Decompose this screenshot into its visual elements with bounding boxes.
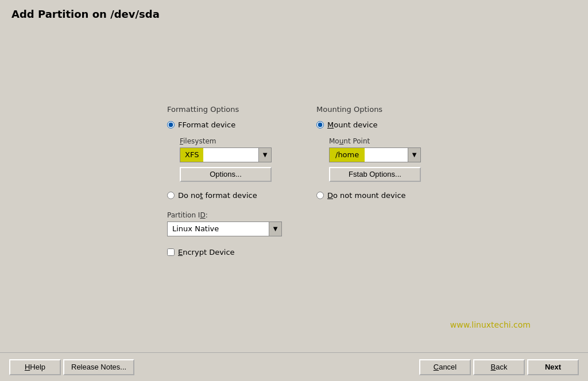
filesystem-dropdown-arrow[interactable]: ▼ <box>258 148 271 162</box>
filesystem-options-button[interactable]: Options... <box>180 167 272 182</box>
filesystem-block: Filesystem XFS ▼ Options... <box>180 137 282 182</box>
do-not-mount-radio[interactable] <box>316 192 324 199</box>
encrypt-label[interactable]: Encrypt Device <box>178 248 235 256</box>
partition-id-value: Linux Native <box>168 223 269 234</box>
cancel-button[interactable]: Cancel <box>419 359 471 375</box>
format-device-radio[interactable] <box>167 121 175 129</box>
help-button[interactable]: HHelp <box>9 359 61 375</box>
do-not-mount-radio-row[interactable]: Do not mount device <box>316 191 421 200</box>
mount-point-dropdown-arrow[interactable]: ▼ <box>408 148 420 162</box>
next-button[interactable]: Next <box>527 359 579 375</box>
format-device-radio-row[interactable]: FFormat device <box>167 120 282 129</box>
mounting-section-label: Mounting Options <box>316 105 421 114</box>
formatting-section: Formatting Options FFormat device Filesy… <box>167 105 282 256</box>
mount-device-radio-row[interactable]: Mount device <box>316 120 421 129</box>
form-area: Formatting Options FFormat device Filesy… <box>167 105 421 256</box>
format-device-label[interactable]: FFormat device <box>178 120 235 129</box>
filesystem-value: XFS <box>180 148 203 162</box>
watermark: www.linuxtechi.com <box>450 320 531 329</box>
format-radio-group: FFormat device Filesystem XFS ▼ Options.… <box>167 120 282 200</box>
bottom-right-buttons: Cancel Back Next <box>419 359 579 375</box>
do-not-format-label[interactable]: Do not format device <box>178 191 257 200</box>
filesystem-label: Filesystem <box>180 137 282 145</box>
back-button[interactable]: Back <box>473 359 525 375</box>
mount-point-dropdown[interactable]: /home ▼ <box>329 147 421 162</box>
main-content: Formatting Options FFormat device Filesy… <box>0 26 588 352</box>
bottom-bar: HHelp Release Notes... Cancel Back Next <box>0 352 588 381</box>
bottom-left-buttons: HHelp Release Notes... <box>9 359 134 375</box>
formatting-section-label: Formatting Options <box>167 105 282 114</box>
mount-point-block: Mount Point /home ▼ Fstab Options... <box>329 137 421 182</box>
mount-point-label: Mount Point <box>329 137 421 145</box>
mounting-section: Mounting Options Mount device Mount Poin… <box>316 105 421 200</box>
partition-id-section: Partition ID: Linux Native ▼ <box>167 211 282 236</box>
title-bar: Add Partition on /dev/sda <box>0 0 588 26</box>
mount-device-radio[interactable] <box>316 121 324 129</box>
mount-point-value: /home <box>330 148 365 162</box>
release-notes-button[interactable]: Release Notes... <box>63 359 134 375</box>
mount-device-label[interactable]: Mount device <box>327 120 378 129</box>
fstab-options-button[interactable]: Fstab Options... <box>329 167 421 182</box>
do-not-format-radio[interactable] <box>167 192 175 199</box>
do-not-format-radio-row[interactable]: Do not format device <box>167 191 282 200</box>
partition-id-dropdown-arrow[interactable]: ▼ <box>269 222 281 236</box>
filesystem-dropdown[interactable]: XFS ▼ <box>180 147 272 162</box>
mount-radio-group: Mount device Mount Point /home ▼ Fstab O… <box>316 120 421 200</box>
encrypt-checkbox[interactable] <box>167 248 175 256</box>
encrypt-section: Encrypt Device <box>167 248 282 256</box>
partition-id-dropdown[interactable]: Linux Native ▼ <box>167 221 282 236</box>
page-title: Add Partition on /dev/sda <box>11 8 577 20</box>
partition-id-label: Partition ID: <box>167 211 282 219</box>
do-not-mount-label[interactable]: Do not mount device <box>327 191 406 200</box>
